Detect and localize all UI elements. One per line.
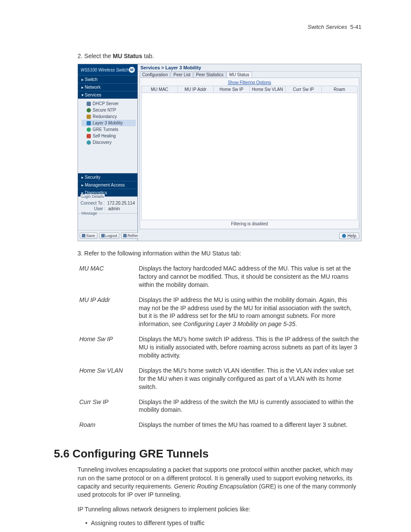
message-legend: Message xyxy=(81,211,98,215)
login-user-label: User : xyxy=(81,206,106,211)
clock-icon xyxy=(87,108,91,112)
logout-button[interactable]: Logout xyxy=(99,233,120,239)
tunnel-icon xyxy=(87,128,91,132)
logout-icon xyxy=(101,234,105,237)
col-curr-sw-ip[interactable]: Curr Sw IP xyxy=(286,86,322,93)
step-2-bold: MU Status xyxy=(113,53,142,59)
section-p1: Tunneling involves encapsulating a packe… xyxy=(78,466,361,499)
header-chapter: Switch Services xyxy=(308,24,347,30)
screenshot-figure: WS5100 Wireless Switch M ▸ Switch ▸ Netw… xyxy=(78,64,361,241)
page-header: Switch Services 5-41 xyxy=(54,24,361,30)
table-row: Home Sw IP Displays the MU's home switch… xyxy=(78,332,361,363)
step-3: 3. Refer to the following information wi… xyxy=(78,250,361,257)
col-home-sw-ip[interactable]: Home Sw IP xyxy=(214,86,250,93)
login-user-val: admin xyxy=(108,206,120,211)
login-connect-val: 172.20.25.114 xyxy=(107,201,135,205)
save-icon xyxy=(82,234,85,237)
refresh-icon xyxy=(123,234,127,237)
sidebar-item-network[interactable]: ▸ Network xyxy=(78,83,137,91)
sidebar-child-label: Secure NTP xyxy=(93,108,116,112)
sidebar-child-redundancy[interactable]: Redundancy xyxy=(81,113,136,120)
section-p2: IP Tunneling allows network designers to… xyxy=(78,505,361,513)
definition-table: MU MAC Displays the factory hardcoded MA… xyxy=(78,261,361,432)
sidebar-item-switch[interactable]: ▸ Switch xyxy=(78,75,137,83)
tab-panel: Show Filtering Options MU MAC MU IP Addr… xyxy=(140,78,359,229)
desc-mu-ip-ref: Configuring Layer 3 Mobility on page 5-3… xyxy=(184,320,296,327)
sidebar-child-l3mobility[interactable]: Layer 3 Mobility xyxy=(81,120,136,126)
desc-roam: Displays the number of times the MU has … xyxy=(137,417,361,432)
dhcp-icon xyxy=(87,102,91,106)
sidebar-item-services[interactable]: ▾ Services xyxy=(78,91,137,99)
table-row: Curr Sw IP Displays the IP address of th… xyxy=(78,395,361,418)
tab-peer-stats[interactable]: Peer Statistics xyxy=(193,72,226,78)
bullet-dot: • xyxy=(85,520,87,526)
section-heading: 5.6 Configuring GRE Tunnels xyxy=(54,447,361,460)
sidebar-child-discovery[interactable]: Discovery xyxy=(81,139,136,146)
sidebar-child-gre[interactable]: GRE Tunnels xyxy=(81,126,136,133)
sidebar-child-label: Layer 3 Mobility xyxy=(93,121,123,125)
redundancy-icon xyxy=(87,115,91,119)
show-filter-link[interactable]: Show Filtering Options xyxy=(141,79,358,86)
breadcrumb: Services > Layer 3 Mobility xyxy=(138,64,361,72)
col-mu-ip[interactable]: MU IP Addr xyxy=(178,86,214,93)
save-label: Save xyxy=(86,233,95,238)
bullet-1-text: Assigning routes to different types of t… xyxy=(91,520,205,526)
step-2-prefix: 2. Select the xyxy=(78,53,113,59)
term-curr-sw-ip: Curr Sw IP xyxy=(78,395,137,418)
sidebar-child-selfheal[interactable]: Self Healing xyxy=(81,133,136,139)
tab-configuration[interactable]: Configuration xyxy=(140,72,170,78)
header-pagenum: 5-41 xyxy=(350,24,361,30)
desc-home-sw-ip: Displays the MU's home switch IP address… xyxy=(137,332,361,363)
sidebar-child-label: DHCP Server xyxy=(93,101,118,106)
login-legend: Login Details xyxy=(81,194,105,199)
tab-peer-list[interactable]: Peer List xyxy=(171,72,193,78)
sidebar-services-children: DHCP Server Secure NTP Redundancy Layer … xyxy=(78,99,137,173)
table-row: MU IP Addr Displays the IP address the M… xyxy=(78,292,361,332)
section-p1-em: Generic Routing Encapsulation xyxy=(174,483,257,490)
logo-icon: M xyxy=(129,67,135,73)
sidebar-title-text: WS5100 Wireless Switch xyxy=(81,68,129,72)
desc-home-sw-vlan: Displays the MU's home switch VLAN ident… xyxy=(137,363,361,395)
table-row: MU MAC Displays the factory hardcoded MA… xyxy=(78,261,361,292)
sidebar-child-label: Self Healing xyxy=(93,134,116,138)
sidebar-child-dhcp[interactable]: DHCP Server xyxy=(81,100,136,107)
desc-mu-mac: Displays the factory hardcoded MAC addre… xyxy=(137,261,361,292)
term-home-sw-vlan: Home Sw VLAN xyxy=(78,363,137,395)
col-home-sw-vlan[interactable]: Home Sw VLAN xyxy=(250,86,286,93)
tabs: Configuration Peer List Peer Statistics … xyxy=(138,72,361,78)
term-mu-ip: MU IP Addr xyxy=(78,292,137,332)
main-panel: Services > Layer 3 Mobility Configuratio… xyxy=(138,64,361,241)
heal-icon xyxy=(87,134,91,138)
discovery-icon xyxy=(87,140,91,145)
help-icon xyxy=(342,234,346,238)
sidebar-child-ntp[interactable]: Secure NTP xyxy=(81,107,136,113)
bullet-1: • Assigning routes to different types of… xyxy=(85,520,361,526)
filter-status: Filtering is disabled xyxy=(141,220,358,227)
tab-mu-status[interactable]: MU Status xyxy=(227,72,252,78)
table-row: Roam Displays the number of times the MU… xyxy=(78,417,361,432)
col-roam[interactable]: Roam xyxy=(322,86,358,93)
sidebar-item-security[interactable]: ▸ Security xyxy=(78,173,137,181)
desc-mu-ip-post: . xyxy=(295,320,297,327)
sidebar-title: WS5100 Wireless Switch M xyxy=(78,64,137,75)
help-label: Help xyxy=(347,233,356,238)
grid-header: MU MAC MU IP Addr Home Sw IP Home Sw VLA… xyxy=(141,86,358,93)
col-mu-mac[interactable]: MU MAC xyxy=(142,86,178,93)
sidebar-child-label: Discovery xyxy=(93,140,112,145)
sidebar-item-mgmt[interactable]: ▸ Management Access xyxy=(78,181,137,189)
sidebar-buttons: Save Logout Refresh xyxy=(78,230,137,241)
step-2: 2. Select the MU Status tab. xyxy=(78,53,361,59)
login-connect-label: Connect To : xyxy=(81,201,105,205)
desc-mu-ip: Displays the IP address the MU is using … xyxy=(137,292,361,332)
help-button[interactable]: Help xyxy=(339,233,359,239)
term-mu-mac: MU MAC xyxy=(78,261,137,292)
desc-curr-sw-ip: Displays the IP address of the switch th… xyxy=(137,395,361,418)
sidebar-child-label: Redundancy xyxy=(93,114,117,119)
sidebar: WS5100 Wireless Switch M ▸ Switch ▸ Netw… xyxy=(78,64,138,241)
mobility-icon xyxy=(87,121,91,125)
message-block: Message xyxy=(78,213,137,230)
grid-body xyxy=(141,93,358,220)
save-button[interactable]: Save xyxy=(80,233,97,239)
sidebar-child-label: GRE Tunnels xyxy=(93,127,118,132)
term-home-sw-ip: Home Sw IP xyxy=(78,332,137,363)
